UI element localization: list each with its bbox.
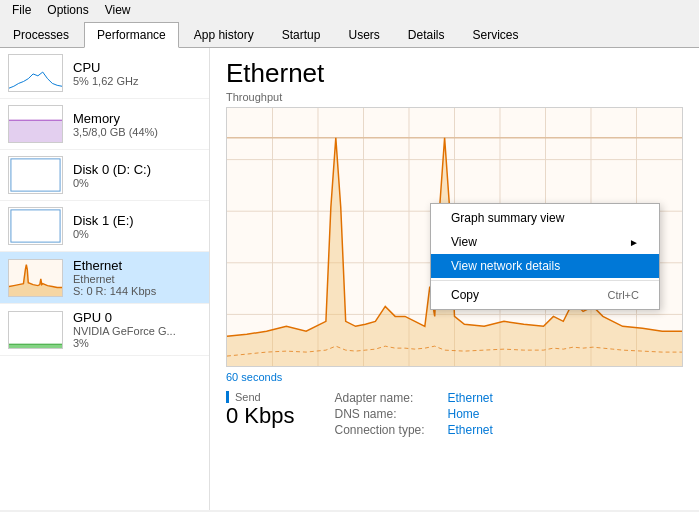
adapter-row-connection: Connection type: Ethernet (335, 423, 493, 437)
menu-bar: File Options View (0, 0, 699, 20)
tab-services[interactable]: Services (460, 22, 532, 47)
disk1-title: Disk 1 (E:) (73, 213, 201, 228)
adapter-name-value: Ethernet (448, 391, 493, 405)
memory-info: Memory 3,5/8,0 GB (44%) (73, 111, 201, 138)
cpu-title: CPU (73, 60, 201, 75)
gpu-title: GPU 0 (73, 310, 201, 325)
disk1-thumbnail (8, 207, 63, 245)
cpu-info: CPU 5% 1,62 GHz (73, 60, 201, 87)
adapter-info: Adapter name: Ethernet DNS name: Home Co… (335, 391, 493, 439)
disk0-info: Disk 0 (D: C:) 0% (73, 162, 201, 189)
svg-marker-0 (9, 120, 62, 142)
disk1-info: Disk 1 (E:) 0% (73, 213, 201, 240)
ctx-copy-shortcut: Ctrl+C (608, 289, 639, 301)
ctx-copy-label: Copy (451, 288, 479, 302)
memory-sub: 3,5/8,0 GB (44%) (73, 126, 201, 138)
tab-processes[interactable]: Processes (0, 22, 82, 47)
tab-details[interactable]: Details (395, 22, 458, 47)
ethernet-info: Ethernet Ethernet S: 0 R: 144 Kbps (73, 258, 201, 297)
sidebar-item-disk0[interactable]: Disk 0 (D: C:) 0% (0, 150, 209, 201)
disk0-thumbnail (8, 156, 63, 194)
ethernet-sub2: S: 0 R: 144 Kbps (73, 285, 201, 297)
adapter-dns-value: Home (448, 407, 480, 421)
menu-view[interactable]: View (97, 1, 139, 19)
tab-app-history[interactable]: App history (181, 22, 267, 47)
adapter-row-name: Adapter name: Ethernet (335, 391, 493, 405)
sidebar-item-ethernet[interactable]: Ethernet Ethernet S: 0 R: 144 Kbps (0, 252, 209, 304)
send-label: Send (226, 391, 295, 403)
ctx-view[interactable]: View ► (431, 230, 659, 254)
tab-startup[interactable]: Startup (269, 22, 334, 47)
svg-marker-3 (9, 264, 62, 295)
sidebar-item-disk1[interactable]: Disk 1 (E:) 0% (0, 201, 209, 252)
adapter-dns-key: DNS name: (335, 407, 440, 421)
ctx-view-arrow: ► (629, 237, 639, 248)
memory-title: Memory (73, 111, 201, 126)
adapter-name-key: Adapter name: (335, 391, 440, 405)
content-area: Ethernet Throughput (210, 48, 699, 510)
ethernet-title: Ethernet (73, 258, 201, 273)
tab-bar: Processes Performance App history Startu… (0, 20, 699, 48)
cpu-sub: 5% 1,62 GHz (73, 75, 201, 87)
gpu-sub1: NVIDIA GeForce G... (73, 325, 201, 337)
memory-thumbnail (8, 105, 63, 143)
svg-rect-2 (11, 210, 60, 242)
svg-rect-1 (11, 159, 60, 191)
throughput-label: Throughput (226, 91, 683, 103)
sidebar-item-cpu[interactable]: CPU 5% 1,62 GHz (0, 48, 209, 99)
ctx-view-network-label: View network details (451, 259, 560, 273)
time-label: 60 seconds (226, 371, 683, 383)
disk0-title: Disk 0 (D: C:) (73, 162, 201, 177)
ctx-graph-summary-label: Graph summary view (451, 211, 564, 225)
ctx-graph-summary[interactable]: Graph summary view (431, 206, 659, 230)
disk1-sub: 0% (73, 228, 201, 240)
main-layout: CPU 5% 1,62 GHz Memory 3,5/8,0 GB (44%) (0, 48, 699, 510)
ctx-view-label: View (451, 235, 477, 249)
context-menu: Graph summary view View ► View network d… (430, 203, 660, 310)
adapter-connection-value: Ethernet (448, 423, 493, 437)
gpu-thumbnail (8, 311, 63, 349)
gpu-sub2: 3% (73, 337, 201, 349)
ethernet-thumbnail (8, 259, 63, 297)
ctx-separator (431, 280, 659, 281)
sidebar-item-gpu[interactable]: GPU 0 NVIDIA GeForce G... 3% (0, 304, 209, 356)
send-value: 0 Kbps (226, 403, 295, 429)
disk0-sub: 0% (73, 177, 201, 189)
ctx-copy[interactable]: Copy Ctrl+C (431, 283, 659, 307)
menu-file[interactable]: File (4, 1, 39, 19)
ethernet-sub1: Ethernet (73, 273, 201, 285)
adapter-connection-key: Connection type: (335, 423, 440, 437)
adapter-row-dns: DNS name: Home (335, 407, 493, 421)
menu-options[interactable]: Options (39, 1, 96, 19)
gpu-info: GPU 0 NVIDIA GeForce G... 3% (73, 310, 201, 349)
tab-performance[interactable]: Performance (84, 22, 179, 48)
svg-marker-4 (9, 344, 62, 348)
cpu-thumbnail (8, 54, 63, 92)
ctx-view-network[interactable]: View network details (431, 254, 659, 278)
content-title: Ethernet (226, 58, 683, 89)
send-section: Send 0 Kbps (226, 391, 295, 439)
tab-users[interactable]: Users (335, 22, 392, 47)
sidebar: CPU 5% 1,62 GHz Memory 3,5/8,0 GB (44%) (0, 48, 210, 510)
bottom-info: Send 0 Kbps Adapter name: Ethernet DNS n… (226, 391, 683, 439)
sidebar-item-memory[interactable]: Memory 3,5/8,0 GB (44%) (0, 99, 209, 150)
